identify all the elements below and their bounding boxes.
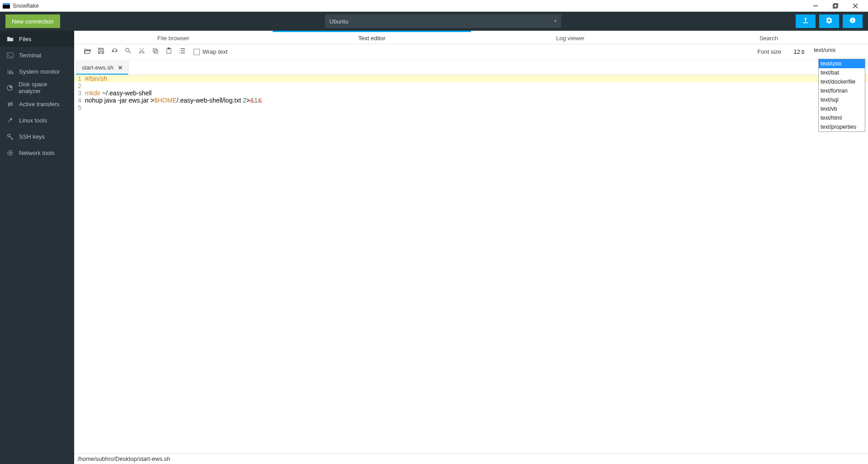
minimize-button[interactable] — [806, 0, 826, 12]
disk-icon — [6, 84, 13, 91]
sidebar-item-label: Files — [19, 36, 31, 42]
list-icon — [179, 47, 186, 56]
sidebar-item-label: Terminal — [19, 52, 41, 59]
file-tab[interactable]: start-ews.sh ✕ — [76, 61, 128, 75]
sidebar-item-label: Active transfers — [19, 101, 60, 108]
status-bar: /home/subhro/Desktop/start-ews.sh — [74, 453, 868, 464]
goto-line-button[interactable] — [175, 45, 189, 59]
line-number: 5 — [74, 104, 84, 111]
main-tabs: File browser Text editor Log viewer Sear… — [74, 31, 868, 44]
font-size-input[interactable] — [784, 47, 800, 57]
chevron-down-icon[interactable] — [801, 52, 805, 54]
sidebar-item-label: Network tools — [19, 150, 55, 156]
status-path: /home/subhro/Desktop/start-ews.sh — [78, 455, 170, 462]
save-button[interactable] — [94, 45, 108, 59]
close-icon[interactable]: ✕ — [118, 65, 123, 71]
chevron-up-icon[interactable] — [801, 50, 805, 52]
sidebar-item-active-transfers[interactable]: Active transfers — [0, 96, 74, 112]
wrap-text-label: Wrap text — [203, 48, 227, 55]
chart-icon — [6, 68, 14, 75]
sidebar-item-network-tools[interactable]: Network tools — [0, 145, 74, 161]
sidebar-item-linux-tools[interactable]: Linux tools — [0, 112, 74, 128]
paste-icon — [165, 47, 172, 56]
tab-text-editor[interactable]: Text editor — [273, 31, 471, 44]
find-button[interactable] — [121, 45, 135, 59]
save-icon — [98, 47, 104, 56]
new-connection-button[interactable]: New connection — [5, 14, 60, 28]
svg-rect-8 — [7, 52, 13, 57]
app-icon — [3, 3, 10, 9]
syntax-select[interactable]: text/unix — [812, 47, 862, 57]
syntax-option[interactable]: text/fortran — [819, 86, 865, 95]
sidebar-item-ssh-keys[interactable]: SSH keys — [0, 128, 74, 145]
svg-point-7 — [852, 19, 853, 19]
svg-point-12 — [125, 48, 129, 52]
connection-dropdown[interactable]: Ubuntu ▼ — [325, 14, 561, 28]
folder-open-icon — [84, 47, 91, 56]
cut-button[interactable] — [135, 45, 148, 59]
upload-button[interactable] — [796, 14, 816, 28]
transfer-icon — [6, 100, 14, 108]
sidebar-item-system-monitor[interactable]: System monitor — [0, 63, 74, 80]
syntax-option[interactable]: text/dockerfile — [819, 77, 865, 86]
syntax-option[interactable]: text/bat — [819, 68, 865, 77]
paste-button[interactable] — [162, 45, 175, 59]
font-size-spinner[interactable] — [801, 47, 807, 57]
folder-icon — [6, 35, 14, 42]
syntax-option[interactable]: text/properties — [819, 122, 865, 131]
svg-rect-1 — [833, 5, 837, 8]
app-title: Snowflake — [13, 3, 39, 9]
line-number: 4 — [74, 97, 84, 104]
line-number: 1 — [74, 75, 84, 82]
connection-selected: Ubuntu — [330, 18, 349, 25]
file-tab-name: start-ews.sh — [82, 64, 113, 71]
syntax-option[interactable]: text/html — [819, 113, 865, 122]
tab-log-viewer[interactable]: Log viewer — [471, 31, 670, 44]
sidebar-item-files[interactable]: Files — [0, 31, 74, 47]
svg-rect-15 — [153, 49, 156, 52]
syntax-option[interactable]: text/unix — [819, 59, 865, 68]
sidebar-item-label: SSH keys — [19, 133, 45, 140]
syntax-option[interactable]: text/vb — [819, 104, 865, 113]
info-button[interactable] — [843, 14, 863, 28]
wrench-icon — [6, 117, 14, 124]
reload-button[interactable] — [108, 45, 121, 59]
wrap-text-checkbox[interactable]: Wrap text — [193, 48, 227, 55]
header-bar: New connection Ubuntu ▼ — [0, 12, 868, 31]
gear-icon — [826, 17, 832, 25]
maximize-button[interactable] — [826, 0, 845, 12]
settings-button[interactable] — [819, 14, 839, 28]
code-line: 2 — [74, 82, 868, 89]
tab-file-browser[interactable]: File browser — [74, 31, 273, 44]
line-number: 2 — [74, 82, 84, 89]
key-icon — [6, 133, 14, 140]
copy-button[interactable] — [148, 45, 162, 59]
syntax-option[interactable]: text/sql — [819, 95, 865, 104]
sidebar-item-label: Disk space analyzer — [19, 81, 68, 94]
window-titlebar: Snowflake — [0, 0, 868, 12]
reload-icon — [111, 47, 118, 56]
info-icon — [849, 17, 856, 25]
svg-rect-18 — [168, 48, 170, 49]
svg-rect-6 — [852, 20, 853, 22]
syntax-select-popup[interactable]: text/unix text/bat text/dockerfile text/… — [818, 59, 865, 132]
sidebar: Files Terminal System monitor Disk space… — [0, 31, 74, 464]
copy-icon — [152, 47, 159, 56]
network-icon — [6, 149, 14, 156]
close-button[interactable] — [845, 0, 865, 12]
tab-search[interactable]: Search — [670, 31, 868, 44]
code-line: 5 — [74, 104, 868, 111]
search-icon — [125, 47, 132, 56]
code-line: 3 mkdir ~/.easy-web-shell — [74, 89, 868, 97]
open-button[interactable] — [80, 45, 94, 59]
sidebar-item-disk-analyzer[interactable]: Disk space analyzer — [0, 80, 74, 96]
main-area: File browser Text editor Log viewer Sear… — [74, 31, 868, 464]
sidebar-item-label: Linux tools — [19, 117, 47, 124]
code-editor[interactable]: 1 #/bin/sh 2 3 mkdir ~/.easy-web-shell 4… — [74, 75, 868, 453]
editor-toolbar: Wrap text Font size text/unix — [74, 44, 868, 60]
line-number: 3 — [74, 89, 84, 97]
chevron-down-icon: ▼ — [553, 19, 557, 23]
sidebar-item-terminal[interactable]: Terminal — [0, 47, 74, 63]
svg-rect-2 — [834, 4, 838, 7]
font-size-label: Font size — [757, 48, 781, 55]
